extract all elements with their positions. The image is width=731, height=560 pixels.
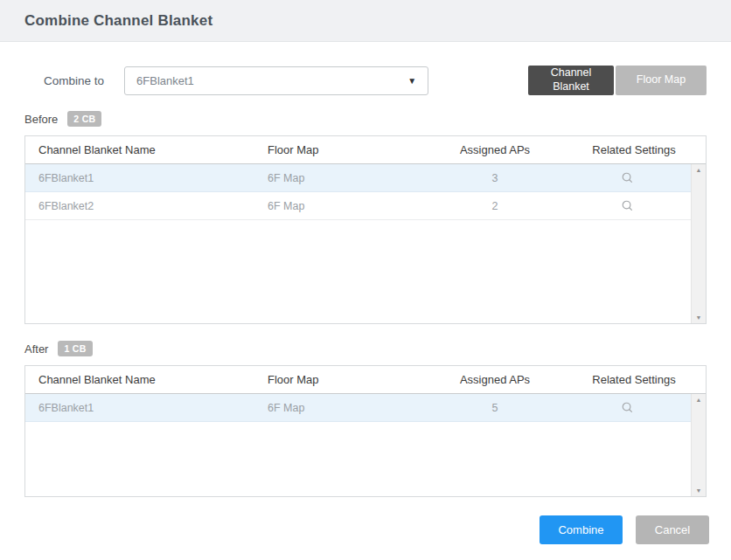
combine-button[interactable]: Combine <box>540 515 623 544</box>
combine-to-selected-value: 6FBlanket1 <box>136 74 194 87</box>
search-icon <box>621 199 634 212</box>
column-header-assigned-aps: Assigned APs <box>428 143 562 156</box>
after-count-badge: 1 CB <box>58 341 92 356</box>
after-table-scrollbar[interactable]: ▲ ▼ <box>691 394 706 496</box>
title-bar: Combine Channel Blanket <box>0 0 731 42</box>
table-row[interactable]: 6FBlanket1 6F Map 3 <box>25 164 691 192</box>
footer-actions: Combine Cancel <box>24 515 709 544</box>
related-settings-button[interactable] <box>618 169 636 187</box>
after-table-body: 6FBlanket1 6F Map 5 ▲ ▼ <box>25 394 706 496</box>
after-table-header: Channel Blanket Name Floor Map Assigned … <box>25 366 706 394</box>
cell-related-settings <box>562 399 692 417</box>
after-table: Channel Blanket Name Floor Map Assigned … <box>24 365 707 497</box>
scroll-down-arrow-icon[interactable]: ▼ <box>696 487 702 494</box>
cell-related-settings <box>562 197 692 215</box>
before-table-scrollbar[interactable]: ▲ ▼ <box>691 164 706 323</box>
column-header-related-settings: Related Settings <box>562 373 706 386</box>
cancel-button[interactable]: Cancel <box>636 515 709 544</box>
scroll-up-arrow-icon[interactable]: ▲ <box>696 167 702 173</box>
table-row[interactable]: 6FBlanket2 6F Map 2 <box>25 192 691 220</box>
column-header-related-settings: Related Settings <box>562 143 706 156</box>
after-label: After <box>24 342 48 356</box>
cell-assigned-aps: 5 <box>428 402 562 414</box>
combine-to-select[interactable]: 6FBlanket1 ▼ <box>124 66 428 95</box>
search-icon <box>621 401 634 414</box>
before-table: Channel Blanket Name Floor Map Assigned … <box>24 135 707 324</box>
before-count-badge: 2 CB <box>67 111 101 127</box>
cell-related-settings <box>562 169 692 187</box>
view-toggle-group: Channel Blanket Floor Map <box>528 66 707 95</box>
related-settings-button[interactable] <box>618 197 636 215</box>
column-header-channel-blanket-name: Channel Blanket Name <box>25 143 253 156</box>
column-header-channel-blanket-name: Channel Blanket Name <box>25 373 253 386</box>
table-row[interactable]: 6FBlanket1 6F Map 5 <box>25 394 691 422</box>
cell-floor-map: 6F Map <box>253 200 428 212</box>
scroll-down-arrow-icon[interactable]: ▼ <box>696 315 702 321</box>
combine-to-label: Combine to <box>44 74 104 87</box>
cell-channel-blanket-name: 6FBlanket2 <box>25 200 253 212</box>
related-settings-button[interactable] <box>618 399 636 417</box>
search-icon <box>621 171 634 184</box>
page-title: Combine Channel Blanket <box>24 12 212 30</box>
before-section-label: Before 2 CB <box>24 110 707 128</box>
before-label: Before <box>24 113 58 126</box>
before-table-body: 6FBlanket1 6F Map 3 6FBlanket2 6F Map 2 <box>25 164 706 323</box>
before-table-header: Channel Blanket Name Floor Map Assigned … <box>25 136 706 164</box>
controls-row: Combine to 6FBlanket1 ▼ Channel Blanket … <box>24 66 707 95</box>
tab-channel-blanket[interactable]: Channel Blanket <box>528 66 614 95</box>
column-header-floor-map: Floor Map <box>253 143 428 156</box>
cell-channel-blanket-name: 6FBlanket1 <box>25 402 253 414</box>
cell-assigned-aps: 3 <box>428 172 562 184</box>
column-header-assigned-aps: Assigned APs <box>428 373 562 386</box>
cell-floor-map: 6F Map <box>253 172 428 184</box>
cell-channel-blanket-name: 6FBlanket1 <box>25 172 253 184</box>
cell-floor-map: 6F Map <box>253 402 428 414</box>
tab-floor-map[interactable]: Floor Map <box>616 66 707 95</box>
cell-assigned-aps: 2 <box>428 200 562 212</box>
scroll-up-arrow-icon[interactable]: ▲ <box>696 397 702 403</box>
after-section-label: After 1 CB <box>24 340 707 357</box>
column-header-floor-map: Floor Map <box>253 373 428 386</box>
chevron-down-icon: ▼ <box>407 76 416 86</box>
